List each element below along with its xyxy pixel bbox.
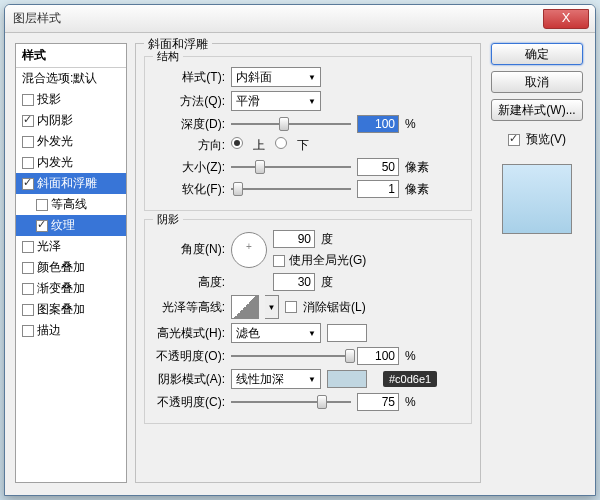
style-list-item[interactable]: 斜面和浮雕 <box>16 173 126 194</box>
preview-label: 预览(V) <box>526 131 566 148</box>
style-list: 样式 混合选项:默认 投影内阴影外发光内发光斜面和浮雕等高线纹理光泽颜色叠加渐变… <box>15 43 127 483</box>
depth-input[interactable]: 100 <box>357 115 399 133</box>
style-checkbox[interactable] <box>22 94 34 106</box>
size-slider[interactable] <box>231 159 351 175</box>
soften-unit: 像素 <box>405 181 429 198</box>
preview-checkbox[interactable] <box>508 134 520 146</box>
direction-down-radio[interactable] <box>275 137 287 149</box>
style-checkbox[interactable] <box>22 157 34 169</box>
style-select[interactable]: 内斜面▼ <box>231 67 321 87</box>
altitude-input[interactable]: 30 <box>273 273 315 291</box>
highlight-mode-select[interactable]: 滤色▼ <box>231 323 321 343</box>
size-unit: 像素 <box>405 159 429 176</box>
style-checkbox[interactable] <box>22 304 34 316</box>
angle-unit: 度 <box>321 231 333 248</box>
style-list-item[interactable]: 外发光 <box>16 131 126 152</box>
highlight-color-swatch[interactable] <box>327 324 367 342</box>
style-label: 样式(T): <box>153 69 225 86</box>
direction-up-radio[interactable] <box>231 137 243 149</box>
depth-slider[interactable] <box>231 116 351 132</box>
angle-label: 角度(N): <box>153 241 225 258</box>
global-light-checkbox[interactable] <box>273 255 285 267</box>
style-item-label: 外发光 <box>37 133 73 150</box>
gloss-contour-picker[interactable] <box>231 295 259 319</box>
layer-style-dialog: 图层样式 X 样式 混合选项:默认 投影内阴影外发光内发光斜面和浮雕等高线纹理光… <box>4 4 596 496</box>
style-item-label: 斜面和浮雕 <box>37 175 97 192</box>
size-label: 大小(Z): <box>153 159 225 176</box>
chevron-down-icon: ▼ <box>308 97 316 106</box>
chevron-down-icon: ▼ <box>308 375 316 384</box>
style-item-label: 图案叠加 <box>37 301 85 318</box>
preview-thumbnail <box>502 164 572 234</box>
style-checkbox[interactable] <box>22 115 34 127</box>
antialias-checkbox[interactable] <box>285 301 297 313</box>
style-checkbox[interactable] <box>22 283 34 295</box>
style-checkbox[interactable] <box>22 262 34 274</box>
up-label: 上 <box>253 137 265 154</box>
style-list-item[interactable]: 光泽 <box>16 236 126 257</box>
main-panel: 斜面和浮雕 结构 样式(T): 内斜面▼ 方法(Q): 平滑▼ 深度(D): 1 <box>135 43 481 483</box>
style-list-item[interactable]: 投影 <box>16 89 126 110</box>
style-checkbox[interactable] <box>22 178 34 190</box>
highlight-opacity-unit: % <box>405 349 429 363</box>
shadow-opacity-label: 不透明度(C): <box>153 394 225 411</box>
highlight-opacity-input[interactable]: 100 <box>357 347 399 365</box>
highlight-opacity-slider[interactable] <box>231 348 351 364</box>
style-item-label: 等高线 <box>51 196 87 213</box>
contour-dropdown[interactable]: ▼ <box>265 295 279 319</box>
shadow-mode-label: 阴影模式(A): <box>153 371 225 388</box>
soften-input[interactable]: 1 <box>357 180 399 198</box>
shadow-mode-select[interactable]: 线性加深▼ <box>231 369 321 389</box>
soften-slider[interactable] <box>231 181 351 197</box>
style-checkbox[interactable] <box>22 136 34 148</box>
shading-group: 阴影 角度(N): 90 度 使用全局光(G) <box>144 219 472 424</box>
depth-label: 深度(D): <box>153 116 225 133</box>
antialias-label: 消除锯齿(L) <box>303 299 366 316</box>
style-item-label: 光泽 <box>37 238 61 255</box>
down-label: 下 <box>297 137 309 154</box>
close-button[interactable]: X <box>543 9 589 29</box>
color-tooltip: #c0d6e1 <box>383 371 437 387</box>
structure-title: 结构 <box>153 49 183 64</box>
style-list-item[interactable]: 描边 <box>16 320 126 341</box>
style-list-item[interactable]: 颜色叠加 <box>16 257 126 278</box>
style-checkbox[interactable] <box>36 199 48 211</box>
style-list-header: 样式 <box>16 44 126 68</box>
style-list-item[interactable]: 内发光 <box>16 152 126 173</box>
style-checkbox[interactable] <box>22 325 34 337</box>
soften-label: 软化(F): <box>153 181 225 198</box>
technique-select[interactable]: 平滑▼ <box>231 91 321 111</box>
style-checkbox[interactable] <box>22 241 34 253</box>
highlight-mode-label: 高光模式(H): <box>153 325 225 342</box>
titlebar: 图层样式 X <box>5 5 595 33</box>
style-list-item[interactable]: 图案叠加 <box>16 299 126 320</box>
style-item-label: 颜色叠加 <box>37 259 85 276</box>
right-panel: 确定 取消 新建样式(W)... 预览(V) <box>489 43 585 483</box>
blend-label: 混合选项:默认 <box>22 70 97 87</box>
shadow-opacity-slider[interactable] <box>231 394 351 410</box>
shadow-opacity-unit: % <box>405 395 429 409</box>
ok-button[interactable]: 确定 <box>491 43 583 65</box>
shadow-color-swatch[interactable] <box>327 370 367 388</box>
style-list-item[interactable]: 纹理 <box>16 215 126 236</box>
cancel-button[interactable]: 取消 <box>491 71 583 93</box>
style-list-item[interactable]: 内阴影 <box>16 110 126 131</box>
new-style-button[interactable]: 新建样式(W)... <box>491 99 583 121</box>
style-item-label: 描边 <box>37 322 61 339</box>
content: 样式 混合选项:默认 投影内阴影外发光内发光斜面和浮雕等高线纹理光泽颜色叠加渐变… <box>5 33 595 493</box>
structure-group: 结构 样式(T): 内斜面▼ 方法(Q): 平滑▼ 深度(D): 100 % <box>144 56 472 211</box>
blend-options[interactable]: 混合选项:默认 <box>16 68 126 89</box>
chevron-down-icon: ▼ <box>308 73 316 82</box>
altitude-label: 高度: <box>153 274 225 291</box>
style-list-item[interactable]: 等高线 <box>16 194 126 215</box>
technique-label: 方法(Q): <box>153 93 225 110</box>
angle-input[interactable]: 90 <box>273 230 315 248</box>
shading-title: 阴影 <box>153 212 183 227</box>
shadow-opacity-input[interactable]: 75 <box>357 393 399 411</box>
angle-dial[interactable] <box>231 232 267 268</box>
style-item-label: 渐变叠加 <box>37 280 85 297</box>
size-input[interactable]: 50 <box>357 158 399 176</box>
style-checkbox[interactable] <box>36 220 48 232</box>
style-list-item[interactable]: 渐变叠加 <box>16 278 126 299</box>
direction-label: 方向: <box>153 137 225 154</box>
